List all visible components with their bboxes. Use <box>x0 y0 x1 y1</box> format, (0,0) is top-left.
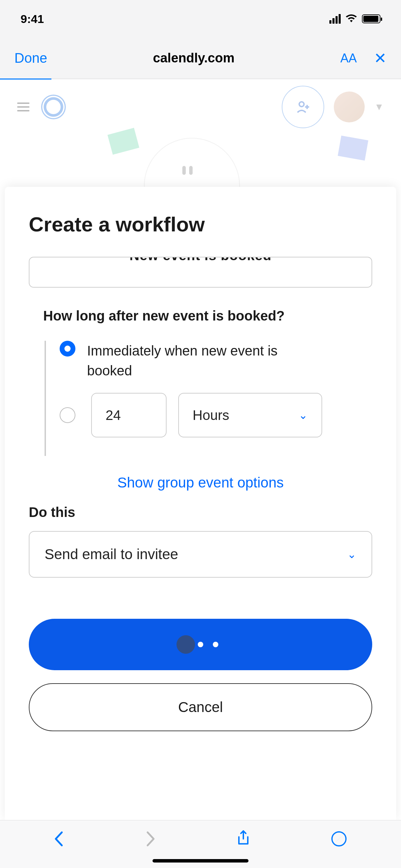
share-icon[interactable] <box>236 830 251 852</box>
status-time: 9:41 <box>21 12 44 26</box>
done-button[interactable]: Done <box>14 50 47 66</box>
do-this-label: Do this <box>29 505 372 520</box>
chevron-down-icon[interactable]: ▼ <box>374 101 384 112</box>
radio-icon <box>60 407 75 423</box>
trigger-value: New event is booked <box>29 257 372 263</box>
status-right <box>329 13 380 25</box>
workflow-sheet: Create a workflow New event is booked Ho… <box>5 187 396 820</box>
home-indicator[interactable] <box>153 859 248 863</box>
sheet-title: Create a workflow <box>29 213 372 236</box>
trigger-select[interactable]: New event is booked <box>29 257 372 288</box>
radio-delay[interactable]: 24 Hours ⌄ <box>60 393 372 437</box>
invite-user-icon[interactable] <box>282 86 324 128</box>
loading-indicator <box>177 635 195 654</box>
avatar[interactable] <box>334 92 365 122</box>
calendly-logo[interactable] <box>41 95 66 119</box>
action-select[interactable]: Send email to invitee ⌄ <box>29 531 372 578</box>
url-label[interactable]: calendly.com <box>153 51 234 65</box>
chevron-down-icon: ⌄ <box>347 548 356 561</box>
delay-number-input[interactable]: 24 <box>91 393 167 437</box>
submit-button[interactable] <box>29 619 372 670</box>
close-icon[interactable]: ✕ <box>374 49 387 67</box>
action-value: Send email to invitee <box>45 546 178 563</box>
status-bar: 9:41 <box>0 0 401 38</box>
chevron-down-icon: ⌄ <box>299 409 308 422</box>
delay-unit-value: Hours <box>193 408 229 423</box>
timing-question-label: How long after new event is booked? <box>43 308 372 324</box>
svg-point-0 <box>299 102 304 107</box>
timing-radio-group: Immediately when new event is booked 24 … <box>45 341 372 456</box>
back-icon[interactable] <box>54 831 65 850</box>
radio-icon <box>60 341 75 357</box>
wifi-icon <box>345 13 357 25</box>
safari-icon[interactable] <box>331 831 347 851</box>
forward-icon[interactable] <box>145 831 156 850</box>
browser-bar: Done calendly.com AA ✕ <box>0 38 401 79</box>
delay-unit-select[interactable]: Hours ⌄ <box>178 393 322 437</box>
cancel-button[interactable]: Cancel <box>29 683 372 731</box>
svg-point-1 <box>332 832 346 846</box>
radio-immediate[interactable]: Immediately when new event is booked <box>60 341 372 381</box>
menu-icon[interactable] <box>17 103 29 111</box>
cellular-icon <box>329 14 341 24</box>
battery-icon <box>362 14 380 23</box>
radio-immediate-label: Immediately when new event is booked <box>87 341 306 381</box>
group-options-link[interactable]: Show group event options <box>29 474 372 491</box>
reader-aa-button[interactable]: AA <box>340 51 357 65</box>
